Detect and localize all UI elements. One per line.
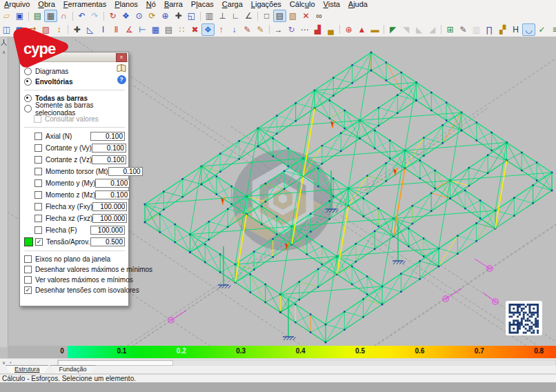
edit-profile-icon[interactable]: Ⅱ [110, 23, 123, 36]
hscroll-thumb[interactable] [58, 360, 173, 366]
ramp-tool-icon[interactable]: ▞ [496, 23, 509, 36]
window-close-icon[interactable]: ✕ [299, 10, 312, 22]
guide-book-icon[interactable] [117, 64, 126, 72]
apply-loads-icon[interactable]: ✎ [241, 23, 254, 36]
tab-fundacao[interactable]: Fundação [50, 365, 96, 373]
redraw-icon[interactable]: ⟳ [146, 10, 159, 22]
beam-h-icon[interactable]: H [509, 23, 522, 36]
input-flecha-xz[interactable] [92, 214, 127, 223]
import-table-icon[interactable]: ▦ [44, 10, 57, 22]
full-window-icon[interactable]: ◱ [185, 10, 198, 22]
delete-snap-icon[interactable]: ✖ [188, 23, 201, 36]
new-bar-icon[interactable]: Ⅰ [97, 23, 110, 36]
window-notes-icon[interactable]: ▧ [286, 10, 299, 22]
color-swatch-tensao-aprov[interactable] [24, 237, 33, 246]
rotate-bar-icon[interactable]: ∡ [123, 23, 136, 36]
checkbox-tensao-aprov[interactable] [35, 238, 43, 246]
rotate-view-icon[interactable]: ↻ [106, 10, 119, 22]
close-icon[interactable]: x [116, 53, 127, 62]
dimension-bars-icon[interactable]: ⊢ [136, 23, 149, 36]
input-flecha-f[interactable] [90, 226, 125, 235]
reference-points-icon[interactable]: ⋯ [298, 23, 311, 36]
flag-selection-icon[interactable]: ❖ [201, 23, 215, 36]
orbit-view-icon[interactable]: ❖ [119, 10, 132, 22]
radio-envoltorias[interactable]: Envoltórias [24, 77, 125, 87]
checkbox-flecha-xz[interactable] [34, 215, 42, 222]
menu-item-obra[interactable]: Obra [34, 0, 59, 10]
input-momento-torsor[interactable] [108, 167, 143, 176]
window-normal-icon[interactable]: □ [260, 10, 273, 22]
collapse-up-icon[interactable]: ∧ [0, 50, 8, 55]
option-row-isovalores[interactable]: Desenhar tensões com isovalores [24, 285, 125, 295]
export-table-icon[interactable]: ▤ [31, 10, 44, 22]
input-momento-z[interactable] [95, 190, 130, 199]
input-flecha-xy[interactable] [92, 202, 127, 211]
edit-pencil-icon[interactable]: ✎ [457, 23, 470, 36]
radio-barras-selecionadas[interactable]: Somente as barras selecionadas [24, 104, 125, 114]
menu-item-arquivo[interactable]: Arquivo [0, 0, 34, 10]
checkbox-momento-y[interactable] [34, 179, 42, 187]
check-elements-icon[interactable]: ✓ [535, 23, 548, 36]
snap-magnet-icon[interactable]: ∩ [57, 10, 70, 22]
help-icon[interactable]: ? [117, 75, 126, 84]
raise-level-icon[interactable]: ↑ [215, 23, 228, 36]
checkbox-eixos-plano[interactable] [24, 255, 32, 263]
radio-dot-envoltorias[interactable] [24, 78, 32, 86]
checkbox-cortante-y[interactable] [34, 144, 42, 152]
report-list-icon[interactable]: ≡ [548, 23, 556, 36]
checkbox-cortante-z[interactable] [34, 156, 42, 164]
option-row-desenhar-maximos[interactable]: Desenhar valores máximos e mínimos [24, 264, 125, 275]
menu-item-vista[interactable]: Vista [319, 0, 344, 10]
print-image-icon[interactable]: ▥ [203, 10, 216, 22]
zoom-window-icon[interactable]: ⊕ [159, 10, 172, 22]
checkbox-flecha-f[interactable] [34, 226, 42, 234]
checkbox-flecha-xy[interactable] [34, 203, 42, 210]
menu-item-barra[interactable]: Barra [160, 0, 187, 10]
generate-truss-icon[interactable]: ▲ [355, 23, 368, 36]
menu-item-planos[interactable]: Planos [110, 0, 142, 10]
add-support-icon[interactable]: ◤ [386, 23, 399, 36]
save-job-icon[interactable]: ▣ [13, 10, 26, 22]
scroll-left-icon[interactable]: ‹ [8, 360, 14, 366]
open-job-icon[interactable]: ▱ [0, 10, 13, 22]
tab-estrutura[interactable]: Estrutura [6, 365, 49, 373]
window-library-icon[interactable]: ▤ [273, 10, 286, 22]
panel-tool-icon[interactable]: ▄ [324, 23, 337, 36]
new-block-icon[interactable]: ⊞ [444, 23, 457, 36]
measure-angle-icon[interactable]: ∠ [242, 10, 255, 22]
menu-item-ligacoes[interactable]: Ligações [247, 0, 286, 10]
background-axes-icon[interactable]: ⊥ [216, 10, 229, 22]
section-crane-icon[interactable]: ▟ [311, 23, 324, 36]
view-envelopes-icon[interactable]: ◡ [522, 23, 535, 36]
portal-frame-icon[interactable]: ∏ [483, 23, 496, 36]
option-row-ver-maximos[interactable]: Ver valores máximos e mínimos [24, 275, 125, 285]
rotate-axes-icon[interactable]: ↻ [285, 23, 298, 36]
lower-level-icon[interactable]: ↓ [228, 23, 241, 36]
ortho-mode-icon[interactable]: ∟ [229, 10, 242, 22]
checkbox-momento-z[interactable] [34, 191, 42, 199]
pattern-grid-icon[interactable]: ▤ [162, 23, 175, 36]
checkbox-desenhar-maximos[interactable] [24, 266, 32, 273]
option-row-eixos-plano[interactable]: Eixos no plano da janela [24, 254, 125, 264]
checkbox-axial[interactable] [34, 133, 42, 140]
checkbox-momento-torsor[interactable] [34, 168, 42, 175]
zoom-previous-icon[interactable]: ⊙ [132, 10, 146, 22]
radio-dot-todas-barras[interactable] [24, 95, 32, 102]
menu-item-no[interactable]: Nó [142, 0, 160, 10]
input-tensao-aprov[interactable] [90, 237, 125, 246]
menu-item-ferramentas[interactable]: Ferramentas [59, 0, 110, 10]
checkbox-ver-maximos[interactable] [24, 276, 32, 284]
menu-item-carga[interactable]: Carga [218, 0, 247, 10]
input-momento-y[interactable] [95, 179, 130, 188]
pan-icon[interactable]: ✚ [172, 10, 185, 22]
new-node-icon[interactable]: ◺ [83, 23, 97, 36]
search-icon[interactable]: ∞ [312, 10, 326, 22]
input-axial[interactable] [90, 132, 125, 141]
snap-points-icon[interactable]: ∷ [175, 23, 188, 36]
target-point-icon[interactable]: ⊕ [342, 23, 355, 36]
redo-icon[interactable]: ↷ [88, 10, 101, 22]
menu-item-ajuda[interactable]: Ajuda [344, 0, 372, 10]
machine-tool-icon[interactable]: ▬ [368, 23, 381, 36]
beam-mesh-icon[interactable]: ▦ [149, 23, 162, 36]
apply-loads-alt-icon[interactable]: ✎ [254, 23, 267, 36]
